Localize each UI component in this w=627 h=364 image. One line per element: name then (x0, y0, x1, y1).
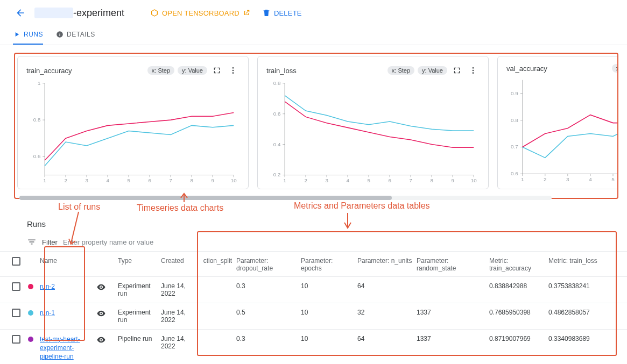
back-arrow-icon[interactable] (13, 5, 28, 20)
experiment-title: xxxxxxxx-experiment (34, 8, 124, 19)
svg-text:1: 1 (521, 176, 524, 182)
more-icon[interactable] (227, 64, 239, 77)
svg-text:5: 5 (611, 176, 615, 182)
run-color-dot (28, 310, 33, 316)
svg-text:5: 5 (127, 177, 130, 183)
run-name-link[interactable]: run-2 (40, 283, 55, 290)
svg-text:3: 3 (85, 177, 88, 183)
visibility-icon[interactable] (96, 309, 114, 318)
charts-container: train_accuracy x: Step y: Value 0.60.811… (14, 53, 618, 199)
run-color-dot (28, 337, 33, 342)
svg-text:10: 10 (471, 177, 477, 183)
fullscreen-icon[interactable] (210, 64, 223, 77)
more-icon[interactable] (467, 64, 480, 77)
svg-text:6: 6 (148, 177, 151, 183)
tab-runs[interactable]: RUNS (13, 31, 43, 45)
svg-text:0.2: 0.2 (273, 172, 280, 177)
svg-text:0.8: 0.8 (511, 117, 518, 123)
svg-text:2: 2 (544, 176, 547, 182)
runs-section-title: Runs (27, 219, 627, 229)
svg-text:10: 10 (231, 177, 237, 183)
svg-text:9: 9 (451, 177, 454, 183)
chart-title: train_loss (266, 67, 384, 75)
table-row: run-1 Experiment run June 14, 2022 0.5 1… (0, 303, 627, 330)
svg-text:8: 8 (190, 177, 193, 183)
run-color-dot (28, 284, 33, 289)
filter-icon[interactable] (27, 237, 37, 247)
visibility-icon[interactable] (96, 335, 114, 345)
axis-pill-y[interactable]: y: Value (418, 66, 447, 75)
svg-text:4: 4 (106, 177, 109, 183)
axis-pill-y[interactable]: y: Value (178, 66, 207, 75)
svg-text:7: 7 (169, 177, 172, 183)
visibility-icon[interactable] (96, 282, 114, 292)
svg-text:0.8: 0.8 (273, 80, 280, 86)
table-row: run-2 Experiment run June 14, 2022 0.3 1… (0, 277, 627, 303)
table-header: Name TypeCreated ction_split Parameter: … (0, 252, 627, 277)
annotation-list-of-runs: List of runs (58, 202, 100, 212)
chart-title: train_accuracy (26, 67, 144, 75)
svg-text:0.6: 0.6 (33, 153, 40, 159)
open-tensorboard-button[interactable]: OPEN TENSORBOARD (146, 5, 255, 20)
select-all-checkbox[interactable] (12, 257, 20, 266)
svg-text:6: 6 (388, 177, 391, 183)
svg-text:3: 3 (325, 177, 328, 183)
row-checkbox[interactable] (12, 309, 20, 317)
svg-text:3: 3 (566, 176, 569, 182)
tab-details[interactable]: DETAILS (56, 31, 95, 45)
svg-text:2: 2 (64, 177, 67, 183)
chart-title: val_accuracy (506, 65, 609, 73)
svg-text:0.6: 0.6 (511, 170, 518, 176)
svg-text:0.4: 0.4 (273, 141, 281, 147)
svg-text:0.9: 0.9 (511, 90, 518, 96)
fullscreen-icon[interactable] (450, 64, 463, 77)
svg-text:1: 1 (38, 80, 40, 86)
chart-card-train_accuracy: train_accuracy x: Step y: Value 0.60.811… (17, 56, 249, 189)
row-checkbox[interactable] (12, 335, 20, 344)
svg-text:0.6: 0.6 (273, 111, 280, 117)
svg-text:4: 4 (346, 177, 349, 183)
chart-card-train_loss: train_loss x: Step y: Value 0.20.40.60.8… (257, 56, 489, 189)
svg-text:5: 5 (367, 177, 370, 183)
svg-text:9: 9 (211, 177, 214, 183)
chart-card-val_accuracy: val_accuracy x: Step 0.60.70.80.9123456 (497, 56, 618, 189)
svg-text:0.7: 0.7 (511, 144, 518, 149)
annotation-metrics-tables: Metrics and Parameters data tables (294, 201, 430, 211)
delete-button[interactable]: DELETE (258, 5, 306, 20)
axis-pill-x[interactable]: x: Step (388, 66, 414, 75)
filter-label: Filter (42, 238, 58, 246)
annotation-ts-charts: Timeseries data charts (137, 203, 223, 213)
svg-text:8: 8 (430, 177, 433, 183)
svg-text:2: 2 (304, 177, 307, 183)
row-checkbox[interactable] (12, 282, 20, 291)
svg-text:7: 7 (409, 177, 412, 183)
run-name-link[interactable]: test-my-heart-experiment-pipeline-run (40, 336, 80, 360)
svg-text:1: 1 (283, 177, 286, 183)
svg-text:4: 4 (589, 176, 592, 182)
filter-input[interactable] (63, 238, 181, 246)
axis-pill-x[interactable]: x: Step (147, 66, 174, 75)
table-row: test-my-heart-experiment-pipeline-run Pi… (0, 330, 627, 364)
svg-text:1: 1 (43, 177, 46, 183)
run-name-link[interactable]: run-1 (40, 309, 55, 317)
axis-pill-x[interactable]: x: Step (612, 64, 618, 73)
svg-text:0.8: 0.8 (33, 117, 40, 123)
